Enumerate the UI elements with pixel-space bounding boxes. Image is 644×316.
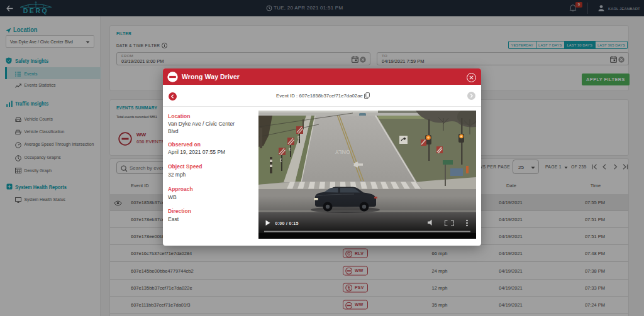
svg-text:ONLY: ONLY: [335, 149, 350, 155]
svg-text:0:00 / 0:15: 0:00 / 0:15: [275, 221, 299, 225]
